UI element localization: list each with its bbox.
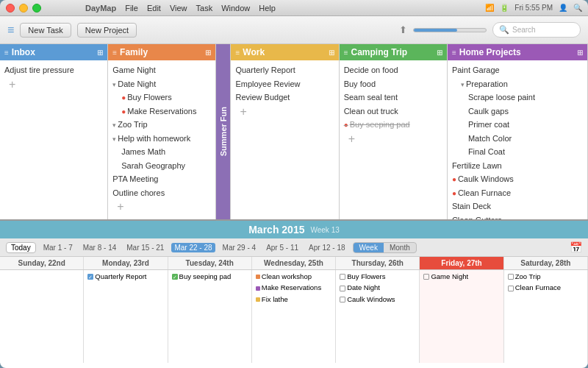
minimize-button[interactable] bbox=[19, 4, 28, 13]
family-add-button[interactable]: + bbox=[112, 199, 211, 214]
calendar-event[interactable]: ✓ Quarterly Report bbox=[86, 272, 165, 282]
search-box[interactable]: 🔍 Search bbox=[492, 22, 581, 38]
calendar-event[interactable]: ✓ Buy seeping pad bbox=[171, 272, 249, 282]
list-item[interactable]: Paint Garage bbox=[452, 63, 583, 77]
event-check bbox=[508, 274, 514, 280]
list-item[interactable]: Clean out truck bbox=[344, 105, 442, 118]
list-item[interactable]: Review Budget bbox=[235, 91, 334, 105]
list-item[interactable]: Game Night bbox=[112, 63, 211, 77]
new-project-button[interactable]: New Project bbox=[77, 23, 137, 38]
list-item[interactable]: ▾Zoo Trip bbox=[112, 118, 211, 132]
summer-title: Summer Fun bbox=[219, 107, 228, 156]
list-item[interactable]: Primer coat bbox=[452, 118, 583, 132]
share-icon[interactable]: ⬆ bbox=[399, 24, 407, 35]
search-placeholder: Search bbox=[512, 26, 536, 34]
nav-range-6[interactable]: Apr 5 - 11 bbox=[263, 243, 301, 252]
family-title: Family bbox=[120, 47, 202, 57]
family-body: Game Night ▾Date Night ●Buy Flowers ●Mak… bbox=[108, 60, 215, 219]
work-add-button[interactable]: + bbox=[235, 105, 334, 119]
calendar-event[interactable]: Clean Furnace bbox=[506, 283, 585, 293]
main-area: ≡ Inbox ⊞ Adjust tire pressure + ≡ Famil… bbox=[0, 44, 588, 368]
list-item[interactable]: James Math bbox=[112, 145, 211, 159]
list-item[interactable]: Stain Deck bbox=[452, 199, 583, 213]
work-more[interactable]: ⊞ bbox=[329, 49, 334, 57]
list-item[interactable]: Scrape loose paint bbox=[452, 91, 583, 105]
event-label: Clean workshop bbox=[262, 272, 312, 281]
list-item[interactable]: ▾Preparation bbox=[452, 77, 583, 91]
list-item[interactable]: ▾Date Night bbox=[112, 77, 211, 91]
month-view-button[interactable]: Month bbox=[384, 243, 416, 252]
calendar-event[interactable]: Buy Flowers bbox=[338, 272, 417, 282]
list-item[interactable]: ●Make Reservations bbox=[112, 105, 211, 118]
home-more[interactable]: ⊞ bbox=[577, 49, 583, 57]
camping-add-button[interactable]: + bbox=[344, 132, 442, 146]
new-task-button[interactable]: New Task bbox=[20, 23, 71, 38]
list-item[interactable]: Adjust tire pressure bbox=[4, 63, 103, 77]
work-title: Work bbox=[243, 47, 325, 57]
list-item[interactable]: Final Coat bbox=[452, 145, 583, 159]
nav-range-1[interactable]: Mar 1 - 7 bbox=[40, 243, 76, 252]
column-family-header: ≡ Family ⊞ bbox=[108, 44, 215, 60]
calendar-event[interactable]: Fix lathe bbox=[254, 294, 333, 305]
list-item[interactable]: Outline chores bbox=[112, 186, 211, 200]
menu-edit[interactable]: Edit bbox=[147, 4, 161, 13]
search-icon[interactable]: 🔍 bbox=[573, 4, 582, 12]
calendar-event[interactable]: Game Night bbox=[422, 272, 501, 282]
calendar-event[interactable]: Caulk Windows bbox=[338, 294, 417, 305]
menu-window[interactable]: Window bbox=[221, 4, 250, 13]
column-inbox: ≡ Inbox ⊞ Adjust tire pressure + bbox=[0, 44, 108, 219]
nav-range-3[interactable]: Mar 15 - 21 bbox=[123, 243, 167, 252]
list-item[interactable]: ●Clean Furnace bbox=[452, 186, 583, 200]
calendar-event[interactable]: Date Night bbox=[338, 283, 417, 293]
list-item[interactable]: Clean Gutters bbox=[452, 213, 583, 220]
list-item[interactable]: Sarah Geography bbox=[112, 159, 211, 173]
maximize-button[interactable] bbox=[32, 4, 41, 13]
list-item[interactable]: ●Buy seeping pad bbox=[344, 118, 442, 132]
menu-task[interactable]: Task bbox=[196, 4, 213, 13]
nav-range-4[interactable]: Mar 22 - 28 bbox=[171, 243, 215, 252]
today-button[interactable]: Today bbox=[6, 242, 36, 253]
menu-view[interactable]: View bbox=[170, 4, 187, 13]
nav-range-2[interactable]: Mar 8 - 14 bbox=[80, 243, 120, 252]
calendar-event[interactable]: Make Reservations bbox=[254, 283, 333, 293]
family-more[interactable]: ⊞ bbox=[205, 49, 211, 57]
day-cells: ✓ Quarterly Report ✓ Buy seeping pad Cle… bbox=[0, 270, 588, 363]
day-header-sun: Sunday, 22nd bbox=[0, 257, 84, 269]
nav-range-7[interactable]: Apr 12 - 18 bbox=[306, 243, 348, 252]
column-home-header: ≡ Home Projects ⊞ bbox=[448, 44, 587, 60]
traffic-lights[interactable] bbox=[6, 4, 41, 13]
column-work-header: ≡ Work ⊞ bbox=[231, 44, 338, 60]
hamburger-icon[interactable]: ≡ bbox=[7, 24, 14, 37]
calendar-grid: Sunday, 22nd Monday, 23rd Tuesday, 24th … bbox=[0, 257, 588, 363]
list-item[interactable]: ●Buy Flowers bbox=[112, 91, 211, 105]
calendar-icon[interactable]: 📅 bbox=[570, 241, 582, 253]
calendar-header: March 2015 Week 13 bbox=[0, 221, 588, 238]
list-item[interactable]: Decide on food bbox=[344, 63, 442, 77]
menu-help[interactable]: Help bbox=[259, 4, 276, 13]
list-item[interactable]: Employee Review bbox=[235, 77, 334, 91]
list-item[interactable]: Quarterly Report bbox=[235, 63, 334, 77]
menu-file[interactable]: File bbox=[125, 4, 138, 13]
list-item[interactable]: Fertilize Lawn bbox=[452, 159, 583, 173]
list-item[interactable]: PTA Meeting bbox=[112, 172, 211, 186]
week-view-button[interactable]: Week bbox=[354, 243, 384, 252]
close-button[interactable] bbox=[6, 4, 15, 13]
list-item[interactable]: Match Color bbox=[452, 132, 583, 146]
event-label: Date Night bbox=[347, 283, 380, 292]
inbox-add-button[interactable]: + bbox=[4, 77, 103, 92]
list-item[interactable]: ▾Help with homework bbox=[112, 132, 211, 146]
camping-more[interactable]: ⊞ bbox=[437, 49, 442, 57]
nav-range-5[interactable]: Mar 29 - 4 bbox=[220, 243, 259, 252]
list-item[interactable]: Seam seal tent bbox=[344, 91, 442, 105]
inbox-title: Inbox bbox=[12, 47, 94, 57]
calendar-event[interactable]: Clean workshop bbox=[254, 272, 333, 282]
day-cell-wed: Clean workshop Make Reservations Fix lat… bbox=[252, 270, 336, 363]
hamburger-icon-camping: ≡ bbox=[344, 49, 348, 57]
calendar-event[interactable]: Zoo Trip bbox=[506, 272, 585, 282]
list-item[interactable]: Caulk gaps bbox=[452, 105, 583, 118]
list-item[interactable]: Buy food bbox=[344, 77, 442, 91]
inbox-more[interactable]: ⊞ bbox=[97, 49, 103, 57]
event-label: Buy Flowers bbox=[347, 272, 385, 281]
wifi-icon: 📶 bbox=[485, 4, 494, 12]
list-item[interactable]: ●Caulk Windows bbox=[452, 172, 583, 186]
